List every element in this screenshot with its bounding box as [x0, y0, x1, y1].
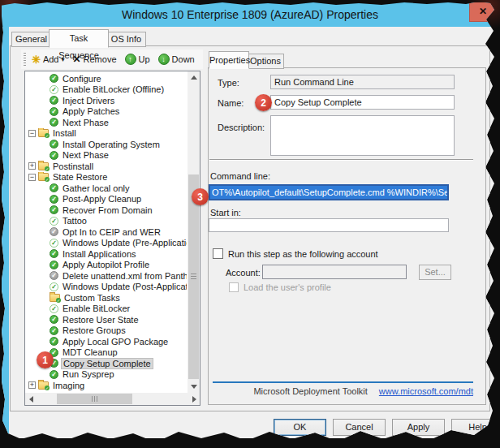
check-icon [50, 370, 58, 379]
cancel-button[interactable]: Cancel [333, 419, 386, 436]
down-button[interactable]: ↓ Down [156, 52, 197, 67]
mdt-brand-text: Microsoft Deployment Toolkit [253, 386, 367, 396]
tree-item[interactable]: Recover From Domain [25, 205, 187, 216]
up-button[interactable]: ↑ Up [123, 52, 153, 67]
tree-item[interactable]: Install Applications [25, 248, 187, 260]
tree-item[interactable]: Windows Update (Post-Application Ins [25, 282, 187, 293]
command-line-label: Command line: [210, 171, 270, 181]
collapse-icon[interactable]: − [28, 174, 36, 181]
folder-icon [38, 381, 49, 390]
tree-item-label: Apply Local GPO Package [61, 337, 170, 347]
tree-item[interactable]: Apply Local GPO Package [25, 336, 187, 347]
screenshot-root: Windows 10 Enterprise 1809 (AzureAD) Pro… [0, 0, 500, 448]
tab-os-info[interactable]: OS Info [106, 32, 146, 47]
tree-item[interactable]: Restore Groups [25, 325, 187, 337]
toolbar-grip [24, 53, 26, 66]
description-label: Description: [218, 123, 265, 132]
check-icon [50, 140, 58, 149]
check-icon [50, 183, 58, 192]
tree-item[interactable]: Opt In to CEIP and WER [25, 226, 187, 238]
scroll-up-arrow-icon [191, 75, 197, 80]
mdt-link[interactable]: www.microsoft.com/mdt [379, 386, 473, 396]
close-button[interactable]: ✕ [469, 2, 497, 22]
tree-item[interactable]: Gather local only [25, 183, 187, 194]
check-icon [50, 249, 58, 258]
tree-item[interactable]: Install Operating System [25, 139, 187, 150]
torn-screenshot: Windows 10 Enterprise 1809 (AzureAD) Pro… [0, 0, 500, 448]
tree-item[interactable]: Windows Update (Pre-Application Inst [25, 238, 187, 249]
tree-item[interactable]: Inject Drivers [25, 95, 187, 106]
tree-item-label: Custom Tasks [62, 293, 122, 303]
apply-button[interactable]: Apply [392, 419, 445, 436]
tree-item[interactable]: Apply Patches [25, 106, 187, 118]
set-button: Set... [419, 265, 451, 280]
check-icon [50, 205, 58, 214]
tree-item-label: Enable BitLocker [61, 304, 131, 313]
expand-icon[interactable]: + [28, 162, 36, 170]
check-icon [50, 326, 58, 335]
check-icon [50, 118, 58, 127]
check-light-icon [50, 217, 58, 226]
divider [209, 159, 473, 161]
tab-properties[interactable]: Properties [209, 51, 249, 69]
window-left-border [2, 27, 9, 438]
run-as-label: Run this step as the following account [228, 249, 378, 259]
tab-task-sequence[interactable]: Task Sequence [49, 29, 109, 48]
scroll-left-arrow-icon [29, 396, 33, 403]
close-icon: ✕ [479, 6, 487, 17]
tab-general[interactable]: General [11, 32, 51, 47]
run-as-checkbox[interactable] [213, 248, 223, 259]
title-bar[interactable]: Windows 10 Enterprise 1809 (AzureAD) Pro… [2, 2, 498, 27]
command-line-selected-text: OT%\Autopilot_default\SetupComplete.cmd … [212, 187, 449, 197]
description-input[interactable] [270, 115, 455, 156]
tree-item[interactable]: +Imaging [25, 380, 187, 391]
check-icon [50, 195, 58, 204]
tree-item[interactable]: Next Phase [25, 117, 187, 128]
tree-item-label: Enable BitLocker (Offline) [61, 84, 166, 94]
command-line-input[interactable]: OT%\Autopilot_default\SetupComplete.cmd … [209, 184, 449, 200]
tree-item-label: Postinstall [51, 162, 95, 171]
tree-item-label: State Restore [51, 172, 109, 182]
tree-item-label: Inject Drivers [61, 96, 116, 106]
check-icon [50, 74, 58, 83]
tree-item[interactable]: −State Restore [25, 172, 187, 183]
tree-item[interactable]: Apply Autopilot Profile [25, 260, 187, 271]
scroll-right-arrow-icon [192, 396, 196, 403]
name-input[interactable]: Copy Setup Complete [270, 95, 455, 110]
check-icon [50, 337, 58, 346]
tree-item[interactable]: Delete unattend.xml from Panther [25, 270, 187, 282]
tree-item[interactable]: Enable BitLocker [25, 304, 187, 315]
expand-icon[interactable]: + [28, 381, 36, 389]
tree-item[interactable]: Tattoo [25, 216, 187, 227]
tree-item[interactable]: Post-Apply Cleanup [25, 194, 187, 205]
tree-item-label: Recover From Domain [61, 205, 154, 215]
tree-item[interactable]: +Postinstall [25, 161, 187, 172]
account-field [262, 265, 407, 279]
tree-item-label: Delete unattend.xml from Panther [61, 271, 187, 281]
tree-item-label: Install [51, 128, 78, 138]
start-in-input[interactable] [209, 218, 449, 232]
tree-item-label: MDT Cleanup [61, 347, 119, 357]
annotation-badge-2: 2 [255, 94, 272, 111]
tab-options[interactable]: Options [247, 54, 284, 69]
check-light-icon [50, 304, 58, 313]
tree-item[interactable]: Run Sysprep [25, 369, 187, 381]
collapse-icon[interactable]: − [28, 130, 36, 137]
tree-item[interactable]: −Install [25, 128, 187, 140]
ok-button[interactable]: OK [274, 419, 326, 436]
down-arrow-icon: ↓ [158, 54, 170, 65]
tree-item-label: Tattoo [61, 216, 88, 226]
tree-item-label: Run Sysprep [61, 369, 116, 379]
tree-item[interactable]: Configure [25, 73, 187, 84]
help-button[interactable]: Help [451, 419, 500, 436]
check-gray-icon [50, 271, 58, 280]
check-icon [50, 96, 58, 105]
check-icon [50, 107, 58, 116]
tree-item[interactable]: Custom Tasks [25, 292, 187, 304]
tree-item[interactable]: Enable BitLocker (Offline) [25, 84, 187, 96]
tree-item[interactable]: Next Phase [25, 150, 187, 162]
check-icon [50, 151, 58, 160]
tree-item[interactable]: Restore User State [25, 314, 187, 325]
tree-item-label: Post-Apply Cleanup [61, 194, 143, 204]
tree-item-label: Install Applications [61, 249, 138, 259]
